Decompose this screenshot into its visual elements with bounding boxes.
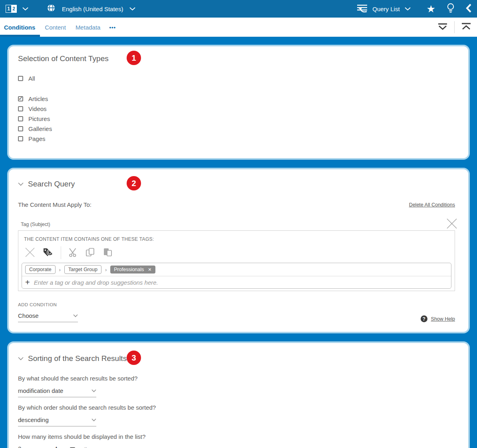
checkbox-articles[interactable]: Articles — [18, 94, 455, 104]
show-help-link[interactable]: Show Help — [431, 316, 455, 322]
condition-field-label: Tag (Subject) — [21, 222, 455, 227]
tab-conditions[interactable]: Conditions — [0, 18, 40, 37]
step-badge-3: 3 — [127, 351, 141, 365]
checkbox-icon — [18, 76, 23, 81]
collapse-all-icon — [460, 22, 472, 33]
page-type-label: Query List — [372, 6, 399, 12]
apply-to-label: The Content Must Apply To: — [18, 201, 91, 208]
checkbox-icon — [18, 136, 23, 141]
close-icon — [446, 224, 457, 230]
chevron-down-icon — [91, 387, 96, 394]
breadcrumb-separator: › — [105, 267, 107, 273]
remove-tag-icon[interactable]: ✕ — [148, 267, 151, 272]
sort-order-question: By which order should the search results… — [18, 404, 455, 411]
chevron-down-icon — [91, 416, 96, 423]
step-badge-1: 1 — [127, 51, 141, 65]
chevron-down-icon — [73, 312, 78, 319]
add-tag-icon: + — [25, 278, 30, 286]
scissors-icon — [68, 247, 78, 259]
sorting-title: Sorting of the Search Results — [28, 354, 127, 363]
tag-entry-row[interactable]: + Enter a tag or drag and drop suggestio… — [22, 276, 451, 288]
query-settings-page: Selection of Content Types 1 All Article… — [0, 37, 477, 448]
checkbox-pages[interactable]: Pages — [18, 134, 455, 144]
add-condition-select[interactable]: Choose — [18, 312, 78, 322]
chevron-down-icon — [22, 5, 28, 12]
sort-order-select[interactable]: descending — [18, 416, 96, 426]
section-collapse-button[interactable] — [18, 355, 24, 362]
lightbulb-icon — [447, 3, 455, 15]
section-collapse-button[interactable] — [18, 180, 24, 188]
sort-by-question: By what should the search results be sor… — [18, 375, 455, 382]
collapse-panel-button[interactable] — [466, 4, 471, 14]
checkbox-icon — [18, 106, 23, 111]
sort-by-select[interactable]: modification date — [18, 387, 96, 397]
search-query-card: Search Query 2 The Content Must Apply To… — [7, 168, 470, 333]
paste-button[interactable] — [103, 247, 113, 259]
tab-metadata[interactable]: Metadata — [71, 18, 105, 37]
tag-input-area: Corporate › Target Group › Professionals… — [22, 263, 451, 289]
tag-toolbar — [25, 246, 451, 259]
add-condition-label: ADD CONDITION — [18, 302, 455, 307]
top-bar: 1 2 English (United States) — [0, 0, 477, 18]
tag-input-placeholder: Enter a tag or drag and drop suggestions… — [34, 279, 158, 286]
chevron-left-icon — [466, 4, 471, 14]
page-type-selector[interactable]: Query List — [357, 4, 410, 14]
allow-more-items-checkbox[interactable]: Allow More Items — [70, 446, 126, 448]
stepper-up-icon[interactable]: ▲ — [55, 446, 58, 448]
clear-tags-button[interactable] — [25, 247, 35, 259]
language-selector[interactable]: English (United States) — [47, 4, 135, 14]
tag-path-item[interactable]: Corporate — [25, 265, 56, 274]
version-compare-selector[interactable]: 1 2 — [6, 5, 28, 13]
help-icon: ? — [421, 315, 427, 322]
chevron-down-icon — [129, 5, 135, 12]
collapse-all-button[interactable] — [460, 22, 472, 33]
sorting-card: Sorting of the Search Results 3 By what … — [7, 341, 470, 448]
language-label: English (United States) — [62, 6, 123, 12]
condition-box: THE CONTENT ITEM CONTAINS ONE OF THESE T… — [18, 230, 455, 291]
divider — [61, 246, 61, 259]
checkbox-videos[interactable]: Videos — [18, 104, 455, 114]
condition-block: Tag (Subject) THE CONTENT ITEM CONTAINS … — [18, 222, 455, 291]
remove-condition-button[interactable] — [446, 218, 457, 230]
copy-button[interactable] — [85, 247, 95, 259]
item-count-input[interactable] — [18, 445, 46, 448]
delete-all-conditions-link[interactable]: Delete All Conditions — [409, 202, 455, 208]
expand-all-button[interactable] — [437, 22, 449, 33]
tab-content[interactable]: Content — [40, 18, 71, 37]
tabs-more-button[interactable]: ••• — [105, 24, 120, 30]
globe-icon — [47, 4, 56, 14]
divider — [454, 21, 455, 33]
item-count-field: ▲ ▼ — [18, 445, 58, 448]
copy-icon — [85, 247, 95, 259]
chevron-down-icon — [405, 5, 411, 12]
condition-rule-label: THE CONTENT ITEM CONTAINS ONE OF THESE T… — [24, 236, 451, 242]
number-stepper[interactable]: ▲ ▼ — [55, 446, 58, 448]
content-types-card: Selection of Content Types 1 All Article… — [7, 45, 470, 160]
cut-button[interactable] — [68, 247, 78, 259]
step-badge-2: 2 — [127, 176, 141, 190]
checkbox-icon — [18, 96, 23, 101]
replace-tag-button[interactable] — [42, 247, 54, 259]
star-icon: ★ — [427, 4, 435, 14]
breadcrumb-separator: › — [59, 267, 61, 273]
paste-icon — [103, 247, 113, 259]
tab-bar: Conditions Content Metadata ••• — [0, 18, 477, 37]
tag-refresh-icon — [42, 247, 54, 259]
version-compare-icon: 1 2 — [6, 5, 17, 13]
checkbox-all[interactable]: All — [18, 73, 455, 83]
expand-all-icon — [437, 22, 449, 33]
selected-tag-pill[interactable]: Professionals ✕ — [110, 266, 155, 274]
item-count-question: How many items should be displayed in th… — [18, 433, 455, 440]
close-icon — [25, 247, 35, 259]
tips-button[interactable] — [447, 3, 455, 15]
search-query-title: Search Query — [28, 180, 75, 188]
checkbox-icon — [18, 126, 23, 131]
tag-path-item[interactable]: Target Group — [64, 265, 101, 274]
checkbox-icon — [18, 116, 23, 121]
tag-breadcrumb: Corporate › Target Group › Professionals… — [22, 263, 451, 276]
checkbox-pictures[interactable]: Pictures — [18, 114, 455, 124]
content-types-title: Selection of Content Types — [18, 54, 109, 63]
query-list-icon — [357, 4, 368, 14]
checkbox-galleries[interactable]: Galleries — [18, 124, 455, 134]
favorite-button[interactable]: ★ — [427, 4, 435, 14]
